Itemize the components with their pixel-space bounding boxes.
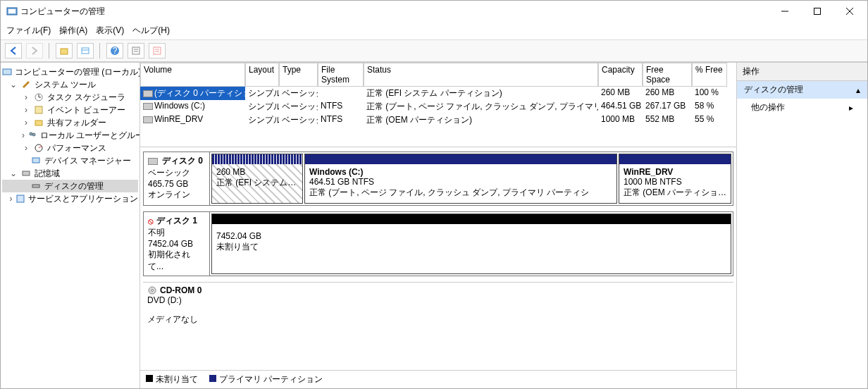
svg-point-32: [151, 290, 154, 292]
chevron-right-icon[interactable]: ›: [22, 144, 30, 152]
col-free[interactable]: Free Space: [643, 63, 692, 87]
svg-text:?: ?: [113, 46, 118, 56]
forward-button[interactable]: [26, 43, 43, 58]
titlebar: コンピューターの管理: [1, 1, 867, 22]
disk-info[interactable]: ⦸ディスク 1 不明 7452.04 GB 初期化されて...: [144, 212, 210, 276]
svg-rect-6: [61, 49, 68, 54]
drive-icon: [143, 90, 153, 97]
tree-shared-folders[interactable]: › 共有フォルダー: [2, 116, 138, 129]
disk-row[interactable]: ディスク 0 ベーシック 465.75 GB オンライン 260 MB 正常 (…: [143, 152, 733, 206]
col-pfree[interactable]: % Free: [692, 63, 727, 87]
help-button[interactable]: ?: [106, 43, 123, 58]
col-capacity[interactable]: Capacity: [598, 63, 643, 87]
tree-task-scheduler[interactable]: › タスク スケジューラ: [2, 91, 138, 104]
svg-rect-7: [82, 48, 89, 54]
svg-line-26: [39, 146, 42, 148]
back-button[interactable]: [5, 43, 22, 58]
action-other-ops[interactable]: 他の操作 ▸: [737, 99, 867, 116]
drive-icon: [143, 103, 153, 110]
partition-unallocated[interactable]: 7452.04 GB 未割り当て: [211, 214, 731, 274]
partition[interactable]: 260 MB 正常 (EFI システム パーテ: [211, 154, 303, 204]
event-icon: [33, 104, 44, 116]
tree-performance[interactable]: › パフォーマンス: [2, 142, 138, 154]
menu-action[interactable]: 操作(A): [59, 25, 87, 37]
cd-icon: [147, 285, 157, 295]
center-pane: Volume Layout Type File System Status Ca…: [140, 63, 737, 388]
table-row[interactable]: WinRE_DRV シンプル ベーシック NTFS 正常 (OEM パーティショ…: [140, 113, 736, 127]
clock-icon: [33, 92, 44, 103]
refresh-button[interactable]: [77, 43, 94, 58]
graphical-view: ディスク 0 ベーシック 465.75 GB オンライン 260 MB 正常 (…: [140, 147, 736, 370]
tree-root-label: コンピューターの管理 (ローカル): [15, 66, 140, 78]
menu-view[interactable]: 表示(V): [96, 25, 124, 37]
perf-icon: [33, 142, 44, 154]
volume-table[interactable]: Volume Layout Type File System Status Ca…: [140, 63, 736, 147]
legend-unallocated-swatch: [146, 375, 153, 382]
svg-rect-3: [814, 8, 821, 15]
chevron-right-icon[interactable]: ›: [22, 131, 25, 140]
legend-primary-swatch: [209, 375, 216, 382]
chevron-down-icon[interactable]: ⌄: [9, 169, 18, 178]
svg-point-23: [30, 132, 32, 135]
close-button[interactable]: [833, 1, 866, 22]
disk-info[interactable]: CD-ROM 0 DVD (D:) メディアなし: [143, 283, 209, 359]
chevron-down-icon[interactable]: ⌄: [9, 80, 18, 89]
table-row[interactable]: Windows (C:) シンプル ベーシック NTFS 正常 (ブート, ペー…: [140, 100, 736, 113]
tree-root[interactable]: コンピューターの管理 (ローカル): [2, 66, 138, 78]
col-fs[interactable]: File System: [318, 63, 364, 87]
menu-file[interactable]: ファイル(F): [6, 25, 51, 37]
col-type[interactable]: Type: [279, 63, 318, 87]
chevron-right-icon[interactable]: ›: [9, 194, 13, 203]
device-icon: [30, 155, 42, 166]
warning-icon: ⦸: [148, 216, 154, 226]
svg-rect-29: [32, 185, 39, 187]
drive-icon: [143, 116, 153, 123]
disk-row[interactable]: CD-ROM 0 DVD (D:) メディアなし: [143, 282, 733, 359]
col-layout[interactable]: Layout: [245, 63, 279, 87]
svg-rect-14: [154, 47, 161, 54]
services-icon: [16, 193, 25, 204]
up-button[interactable]: [56, 43, 73, 58]
disk-row[interactable]: ⦸ディスク 1 不明 7452.04 GB 初期化されて... 7452.04 …: [143, 211, 733, 276]
tree-services-apps[interactable]: › サービスとアプリケーション: [2, 192, 138, 205]
tree-device-manager[interactable]: デバイス マネージャー: [2, 154, 138, 167]
list-button[interactable]: [149, 43, 166, 58]
svg-rect-21: [35, 106, 42, 113]
toolbar: ?: [1, 40, 867, 62]
tree-system-tools[interactable]: ⌄ システム ツール: [2, 78, 138, 91]
tree-storage[interactable]: ⌄ 記憶域: [2, 167, 138, 180]
legend-unallocated-label: 未割り当て: [156, 374, 198, 384]
col-volume[interactable]: Volume: [140, 63, 245, 87]
tree-pane[interactable]: コンピューターの管理 (ローカル) ⌄ システム ツール › タスク スケジュー…: [1, 63, 140, 388]
chevron-right-icon[interactable]: ›: [22, 106, 30, 114]
action-pane: 操作 ディスクの管理 ▴ 他の操作 ▸: [737, 63, 867, 388]
chevron-right-icon: ▸: [849, 103, 853, 113]
partition[interactable]: WinRE_DRV 1000 MB NTFS 正常 (OEM パーティション): [619, 154, 731, 204]
tree-event-viewer[interactable]: › イベント ビューアー: [2, 104, 138, 116]
svg-rect-1: [8, 9, 16, 13]
table-header[interactable]: Volume Layout Type File System Status Ca…: [140, 63, 736, 87]
collapse-icon[interactable]: ▴: [856, 85, 860, 95]
users-icon: [27, 130, 37, 141]
chevron-right-icon[interactable]: ›: [22, 93, 30, 101]
svg-rect-30: [17, 195, 24, 202]
tools-icon: [20, 79, 32, 90]
props-button[interactable]: [128, 43, 144, 58]
disk-info[interactable]: ディスク 0 ベーシック 465.75 GB オンライン: [144, 152, 210, 205]
action-section[interactable]: ディスクの管理 ▴: [737, 81, 867, 99]
tree-disk-management[interactable]: ディスクの管理: [2, 180, 138, 192]
computer-icon: [2, 66, 12, 78]
menu-help[interactable]: ヘルプ(H): [132, 25, 170, 37]
minimize-button[interactable]: [769, 1, 801, 22]
tree-local-users[interactable]: › ローカル ユーザーとグループ: [2, 129, 138, 142]
legend: 未割り当て プライマリ パーティション: [140, 370, 736, 388]
maximize-button[interactable]: [801, 1, 833, 22]
col-status[interactable]: Status: [364, 63, 598, 87]
chevron-right-icon[interactable]: ›: [22, 118, 30, 127]
storage-icon: [20, 168, 32, 179]
svg-rect-28: [23, 171, 30, 175]
partition[interactable]: Windows (C:) 464.51 GB NTFS 正常 (ブート, ページ…: [304, 154, 617, 204]
svg-rect-11: [132, 47, 140, 54]
action-header: 操作: [737, 63, 867, 81]
table-row[interactable]: (ディスク 0 パーティション 1) シンプル ベーシック 正常 (EFI シス…: [140, 87, 736, 100]
